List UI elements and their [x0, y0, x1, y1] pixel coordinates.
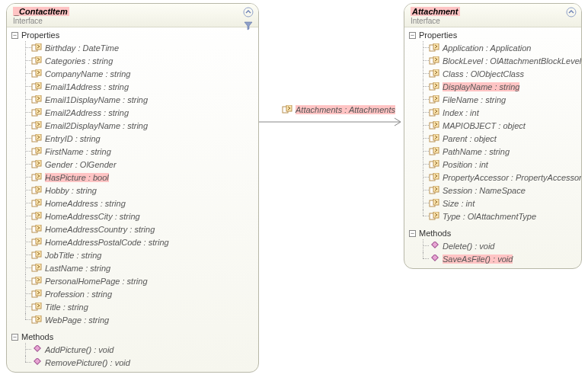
- svg-rect-6: [36, 69, 41, 75]
- tree-connector-icon: [22, 145, 31, 158]
- property-item[interactable]: Hobby : string: [7, 184, 258, 197]
- property-item[interactable]: HomeAddressPostalCode : string: [7, 235, 258, 248]
- tree-connector-icon: [420, 171, 429, 184]
- property-item[interactable]: Email1Address : string: [7, 80, 258, 93]
- property-item[interactable]: FileName : string: [404, 93, 581, 106]
- property-item[interactable]: BlockLevel : OlAttachmentBlockLevel: [404, 54, 581, 67]
- methods-list: AddPicture() : voidRemovePicture() : voi…: [7, 343, 258, 369]
- property-item[interactable]: Email2Address : string: [7, 106, 258, 119]
- property-item[interactable]: FirstName : string: [7, 145, 258, 158]
- property-item[interactable]: Session : NameSpace: [404, 184, 581, 197]
- collapse-toggle-icon[interactable]: −: [11, 334, 18, 341]
- property-item[interactable]: HasPicture : bool: [7, 171, 258, 184]
- section-header-properties[interactable]: − Properties: [404, 29, 581, 41]
- property-icon: [429, 160, 439, 169]
- property-item[interactable]: Email1DisplayName : string: [7, 93, 258, 106]
- property-item[interactable]: Class : OlObjectClass: [404, 67, 581, 80]
- tree-connector-icon: [22, 67, 31, 80]
- property-item[interactable]: Gender : OlGender: [7, 158, 258, 171]
- method-label: SaveAsFile() : void: [443, 255, 513, 264]
- property-item[interactable]: Birthday : DateTime: [7, 41, 258, 54]
- property-item[interactable]: PropertyAccessor : PropertyAccessor: [404, 171, 581, 184]
- svg-rect-36: [36, 264, 41, 270]
- svg-rect-51: [433, 56, 439, 62]
- property-item[interactable]: HomeAddressCountry : string: [7, 223, 258, 235]
- method-item[interactable]: AddPicture() : void: [7, 343, 258, 356]
- section-header-methods[interactable]: − Methods: [7, 331, 258, 343]
- property-item[interactable]: WebPage : string: [7, 313, 258, 326]
- property-icon: [31, 290, 42, 299]
- property-item[interactable]: Position : int: [404, 158, 581, 171]
- property-icon: [31, 315, 42, 325]
- svg-rect-8: [36, 82, 41, 88]
- property-icon: [31, 264, 42, 273]
- property-item[interactable]: MAPIOBJECT : object: [404, 119, 581, 132]
- svg-rect-44: [36, 315, 41, 322]
- svg-rect-30: [36, 225, 41, 231]
- association-label[interactable]: Attachments : Attachments: [280, 105, 397, 114]
- chevron-up-icon[interactable]: [243, 7, 254, 18]
- collapse-toggle-icon[interactable]: −: [409, 230, 416, 237]
- property-label: Email1DisplayName : string: [45, 95, 148, 104]
- property-item[interactable]: Email2DisplayName : string: [7, 119, 258, 132]
- property-item[interactable]: Size : int: [404, 197, 581, 210]
- svg-rect-49: [433, 43, 439, 50]
- section-header-properties[interactable]: − Properties: [7, 29, 258, 41]
- tree-connector-icon: [22, 106, 31, 119]
- class-contactitem[interactable]: _ContactItem Interface − Properties Birt…: [6, 3, 259, 373]
- tree-connector-icon: [22, 248, 31, 261]
- class-header: Attachment Interface: [404, 4, 581, 27]
- class-attachment[interactable]: Attachment Interface − Properties Applic…: [404, 3, 582, 269]
- method-item[interactable]: RemovePicture() : void: [7, 356, 258, 369]
- tree-connector-icon: [420, 145, 429, 158]
- property-item[interactable]: PersonalHomePage : string: [7, 274, 258, 287]
- property-item[interactable]: HomeAddress : string: [7, 197, 258, 210]
- property-icon: [429, 82, 439, 91]
- funnel-icon[interactable]: [243, 21, 254, 31]
- chevron-up-icon[interactable]: [566, 7, 577, 18]
- method-icon: [31, 345, 42, 354]
- property-item[interactable]: Profession : string: [7, 287, 258, 300]
- property-icon: [31, 238, 42, 247]
- tree-connector-icon: [22, 132, 31, 145]
- methods-list: Delete() : voidSaveAsFile() : void: [404, 239, 581, 265]
- section-header-methods[interactable]: − Methods: [404, 227, 581, 239]
- method-item[interactable]: Delete() : void: [404, 239, 581, 252]
- property-label: Email2DisplayName : string: [45, 121, 148, 130]
- property-icon: [429, 173, 439, 182]
- method-item[interactable]: SaveAsFile() : void: [404, 252, 581, 265]
- property-icon: [31, 225, 42, 234]
- svg-rect-59: [433, 108, 439, 114]
- property-item[interactable]: HomeAddressCity : string: [7, 210, 258, 223]
- tree-connector-icon: [420, 184, 429, 197]
- property-item[interactable]: JobTitle : string: [7, 248, 258, 261]
- property-label: Gender : OlGender: [45, 160, 117, 169]
- property-label: HomeAddressPostalCode : string: [45, 238, 169, 247]
- svg-rect-65: [433, 147, 439, 153]
- property-item[interactable]: Categories : string: [7, 54, 258, 67]
- property-item[interactable]: Title : string: [7, 300, 258, 313]
- class-stereotype: Interface: [13, 17, 252, 25]
- properties-section: − Properties Application : ApplicationBl…: [404, 27, 581, 226]
- property-item[interactable]: Index : int: [404, 106, 581, 119]
- methods-section: − Methods Delete() : voidSaveAsFile() : …: [404, 226, 581, 268]
- property-item[interactable]: LastName : string: [7, 261, 258, 274]
- properties-list: Application : ApplicationBlockLevel : Ol…: [404, 41, 581, 223]
- property-item[interactable]: PathName : string: [404, 145, 581, 158]
- svg-rect-67: [433, 160, 439, 166]
- svg-point-0: [244, 8, 253, 17]
- tree-connector-icon: [420, 93, 429, 106]
- property-item[interactable]: DisplayName : string: [404, 80, 581, 93]
- property-item[interactable]: CompanyName : string: [7, 67, 258, 80]
- collapse-toggle-icon[interactable]: −: [11, 32, 18, 39]
- collapse-toggle-icon[interactable]: −: [409, 32, 416, 39]
- section-title: Properties: [21, 30, 59, 40]
- property-label: Index : int: [443, 108, 479, 117]
- property-item[interactable]: Parent : object: [404, 132, 581, 145]
- property-item[interactable]: EntryID : string: [7, 132, 258, 145]
- property-icon: [429, 186, 439, 195]
- property-item[interactable]: Application : Application: [404, 41, 581, 54]
- property-item[interactable]: Type : OlAttachmentType: [404, 210, 581, 223]
- property-icon: [31, 212, 42, 221]
- section-title: Methods: [419, 229, 451, 238]
